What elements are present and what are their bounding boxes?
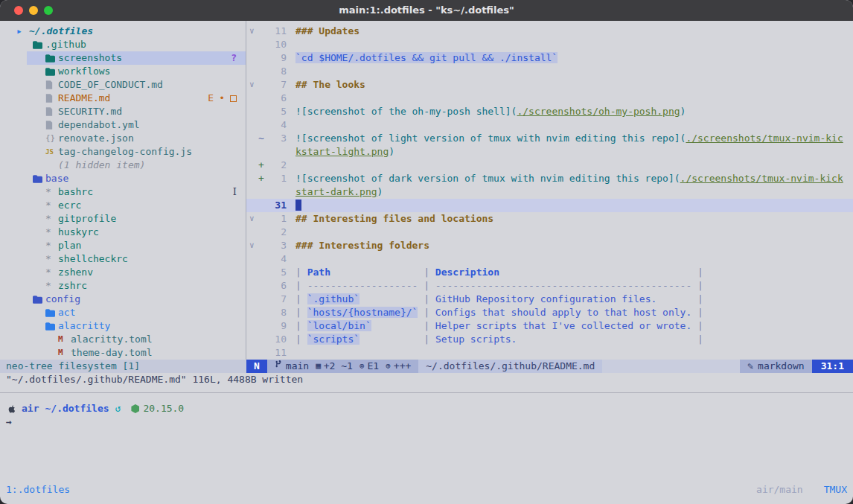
line-number: 3 (267, 132, 287, 159)
tree-row[interactable]: (1 hidden item) (0, 159, 246, 172)
fold-icon (249, 306, 258, 319)
tree-row[interactable]: {}renovate.json (0, 132, 246, 145)
editor-line[interactable]: ∨11### Updates (246, 25, 853, 38)
line-text: `cd $HOME/.dotfiles && git pull && ./ins… (295, 51, 846, 65)
tmux-statusbar: 1:.dotfiles air/main TMUX (6, 482, 847, 498)
editor-line[interactable]: 7| `.github` | GitHub Repository configu… (246, 293, 853, 306)
tree-item-label: renovate.json (58, 132, 134, 145)
tree-row[interactable]: base (0, 172, 246, 185)
editor-line[interactable]: 11 (246, 346, 853, 360)
editor-line[interactable]: 8 (246, 65, 853, 78)
tree-row[interactable]: .github (0, 38, 246, 51)
tree-row[interactable]: workflows (0, 65, 246, 78)
folder-icon (45, 68, 58, 76)
tree-row[interactable]: Malacritty.toml (0, 333, 246, 346)
tree-row[interactable]: SECURITY.md (0, 105, 246, 118)
editor-line[interactable]: 5![screenshot of the oh-my-posh shell](.… (246, 105, 853, 118)
fold-icon (249, 279, 258, 293)
editor-line[interactable]: 31 (246, 199, 853, 212)
fold-icon[interactable]: ∨ (249, 78, 258, 92)
status-badge: I (233, 185, 237, 199)
fold-icon (249, 346, 258, 360)
fold-icon (249, 38, 258, 51)
fold-icon[interactable]: ∨ (249, 25, 258, 38)
expander-arrow-icon: ▸ (16, 25, 29, 38)
git-sign (258, 65, 267, 78)
line-number: 2 (267, 226, 287, 239)
tree-row[interactable]: *ecrc (0, 199, 246, 212)
tree-row[interactable]: *shellcheckrc (0, 252, 246, 266)
editor-line[interactable]: +1![screenshot of dark version of tmux w… (246, 172, 853, 199)
window-titlebar: main:1:.dotfiles - "ks~/.dotfiles" (0, 0, 853, 21)
tree-row[interactable]: screenshots? (0, 51, 246, 65)
line-number: 31 (267, 199, 287, 212)
statusline-row: neo-tree filesystem [1] N main ▦ +2 ~1 ⊗… (0, 360, 853, 373)
git-sign (258, 319, 267, 333)
zoom-button[interactable] (44, 6, 53, 15)
editor-line[interactable]: 5| Path | Description | (246, 266, 853, 279)
editor-line[interactable]: 4 (246, 118, 853, 132)
tree-row[interactable]: *plan (0, 239, 246, 252)
tree-row[interactable]: act (0, 306, 246, 319)
line-text: | `hosts/{hostname}/` | Configs that sho… (295, 306, 846, 319)
shell-input-line[interactable]: → (6, 415, 847, 429)
editor-line[interactable]: ∨3### Interesting folders (246, 239, 853, 252)
editor-line[interactable]: 10| `scripts` | Setup scripts. | (246, 333, 853, 346)
editor-line[interactable]: 9| `local/bin` | Helper scripts that I'v… (246, 319, 853, 333)
line-text: ![screenshot of dark version of tmux wit… (295, 172, 846, 199)
file-tree: ▸~/.dotfiles.githubscreenshots?workflows… (0, 21, 246, 360)
fold-icon (249, 132, 258, 159)
window-title: main:1:.dotfiles - "ks~/.dotfiles" (339, 4, 514, 17)
tree-row[interactable]: *huskyrc (0, 226, 246, 239)
tree-row[interactable]: CODE_OF_CONDUCT.md (0, 78, 246, 92)
line-text: | `local/bin` | Helper scripts that I've… (295, 319, 846, 333)
tree-item-label: bashrc (58, 185, 93, 199)
editor-buffer: ∨11### Updates109`cd $HOME/.dotfiles && … (246, 21, 853, 360)
fold-icon[interactable]: ∨ (249, 239, 258, 252)
minimize-button[interactable] (29, 6, 38, 15)
tree-row[interactable]: Mtheme-day.toml (0, 346, 246, 360)
tree-row[interactable]: README.mdE• (0, 92, 246, 105)
fold-icon (249, 266, 258, 279)
editor-line[interactable]: ∨1## Interesting files and locations (246, 212, 853, 226)
tree-row[interactable]: alacritty (0, 319, 246, 333)
line-text (295, 92, 846, 105)
line-number: 6 (267, 279, 287, 293)
tree-row[interactable]: *gitprofile (0, 212, 246, 226)
shell-pane[interactable]: air ~/.dotfiles ↺ 20.15.0 → (0, 393, 853, 482)
tree-row[interactable]: config (0, 293, 246, 306)
tree-row[interactable]: JStag-changelog-config.js (0, 145, 246, 159)
tree-row[interactable]: *bashrcI (0, 185, 246, 199)
tree-row[interactable]: dependabot.yml (0, 118, 246, 132)
line-number: 9 (267, 319, 287, 333)
tmux-session-label: air/main (756, 483, 803, 497)
tree-item-label: screenshots (58, 51, 122, 65)
tree-item-label: workflows (58, 65, 110, 78)
tree-row[interactable]: ▸~/.dotfiles (0, 25, 246, 38)
tmux-window-item[interactable]: 1:.dotfiles (6, 483, 70, 497)
git-sign (258, 252, 267, 266)
editor-line[interactable]: +2 (246, 159, 853, 172)
git-sign (258, 333, 267, 346)
line-number: 9 (267, 51, 287, 65)
editor-line[interactable]: ∨7## The looks (246, 78, 853, 92)
editor-line[interactable]: 8| `hosts/{hostname}/` | Configs that sh… (246, 306, 853, 319)
editor-line[interactable]: 10 (246, 38, 853, 51)
fold-icon[interactable]: ∨ (249, 212, 258, 226)
editor-line[interactable]: 6 (246, 92, 853, 105)
editor-line[interactable]: 2 (246, 226, 853, 239)
editor-line[interactable]: 6| ------------------- | ---------------… (246, 279, 853, 293)
tree-row[interactable]: *zshrc (0, 279, 246, 293)
command-message: "~/.dotfiles/.github/README.md" 116L, 44… (0, 373, 853, 386)
node-version: 20.15.0 (143, 402, 184, 415)
tree-row[interactable]: *zshenv (0, 266, 246, 279)
git-sign (258, 239, 267, 252)
editor-line[interactable]: 4 (246, 252, 853, 266)
editor-line[interactable]: ~3![screenshot of light version of tmux … (246, 132, 853, 159)
close-button[interactable] (14, 6, 23, 15)
editor-line[interactable]: 9`cd $HOME/.dotfiles && git pull && ./in… (246, 51, 853, 65)
line-number: 1 (267, 172, 287, 199)
fold-icon (249, 252, 258, 266)
tree-item-label: tag-changelog-config.js (58, 145, 192, 159)
tree-item-label: ~/.dotfiles (29, 25, 93, 38)
